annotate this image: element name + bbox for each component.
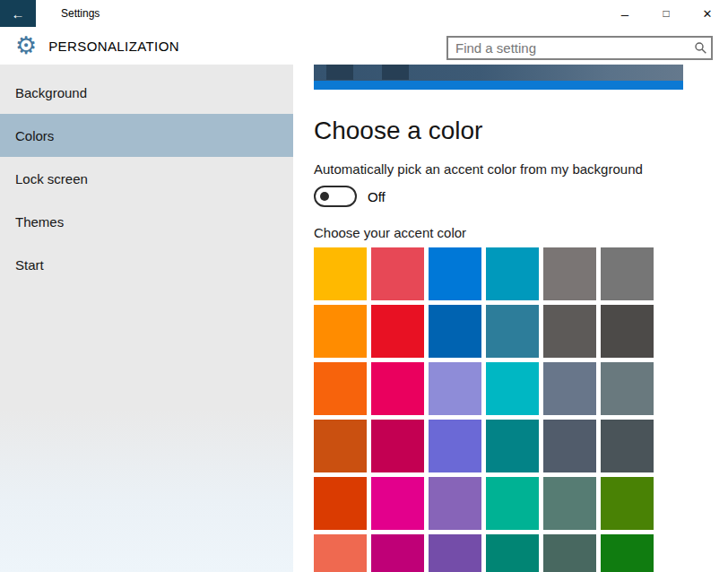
sidebar-item-lock-screen[interactable]: Lock screen	[0, 157, 293, 200]
main-content: Choose a color Automatically pick an acc…	[293, 65, 728, 572]
page-title: PERSONALIZATION	[48, 39, 179, 54]
maximize-icon: □	[663, 7, 669, 20]
accent-color-swatch[interactable]	[486, 477, 539, 530]
accent-color-swatch[interactable]	[543, 534, 596, 572]
accent-color-swatch[interactable]	[314, 477, 367, 530]
accent-color-swatch[interactable]	[429, 305, 481, 358]
preview-tile	[326, 65, 353, 80]
accent-color-swatch[interactable]	[601, 362, 654, 415]
accent-color-swatch[interactable]	[601, 477, 654, 530]
accent-color-swatch[interactable]	[371, 477, 424, 530]
accent-color-swatch[interactable]	[486, 362, 539, 415]
accent-color-swatch[interactable]	[429, 534, 481, 572]
section-heading: Choose a color	[314, 117, 728, 145]
accent-color-swatch[interactable]	[429, 247, 481, 300]
accent-color-swatch[interactable]	[601, 534, 654, 572]
search-input[interactable]	[448, 40, 689, 56]
accent-color-swatch[interactable]	[371, 305, 424, 358]
accent-color-swatch[interactable]	[486, 305, 539, 358]
toggle-state-label: Off	[368, 189, 386, 204]
accent-color-swatch[interactable]	[486, 420, 539, 472]
accent-color-swatch[interactable]	[543, 247, 596, 300]
accent-color-swatch[interactable]	[371, 420, 424, 472]
minimize-icon: –	[621, 6, 628, 22]
search-icon[interactable]	[689, 38, 711, 58]
auto-accent-label: Automatically pick an accent color from …	[314, 161, 728, 177]
sidebar-item-label: Themes	[15, 214, 64, 230]
caption-buttons: – □ ✕	[604, 0, 728, 27]
accent-color-swatch[interactable]	[429, 477, 481, 530]
accent-color-swatch[interactable]	[429, 420, 481, 472]
accent-color-swatch[interactable]	[314, 362, 367, 415]
sidebar-item-themes[interactable]: Themes	[0, 200, 293, 243]
close-icon: ✕	[703, 7, 713, 21]
accent-color-swatch[interactable]	[486, 534, 539, 572]
sidebar-item-label: Lock screen	[15, 171, 88, 186]
page-header: ⚙ PERSONALIZATION	[0, 27, 728, 65]
accent-color-swatch[interactable]	[371, 534, 424, 572]
accent-color-swatch[interactable]	[314, 534, 367, 572]
accent-color-swatch[interactable]	[601, 420, 654, 472]
auto-accent-toggle-row: Off	[314, 186, 728, 207]
accent-picker-label: Choose your accent color	[314, 225, 728, 240]
accent-color-swatch[interactable]	[314, 420, 367, 472]
accent-color-swatch[interactable]	[543, 477, 596, 530]
minimize-button[interactable]: –	[604, 0, 646, 30]
back-arrow-icon: ←	[12, 6, 25, 22]
accent-color-grid	[314, 247, 654, 572]
accent-color-swatch[interactable]	[371, 362, 424, 415]
sidebar: Background Colors Lock screen Themes Sta…	[0, 65, 293, 572]
titlebar: ← Settings – □ ✕	[0, 0, 728, 27]
window-title: Settings	[61, 7, 100, 20]
accent-color-swatch[interactable]	[601, 247, 654, 300]
accent-color-swatch[interactable]	[543, 362, 596, 415]
sidebar-item-label: Start	[15, 257, 44, 273]
preview-taskbar	[314, 81, 683, 90]
accent-color-swatch[interactable]	[429, 362, 481, 415]
settings-gear-icon: ⚙	[15, 34, 37, 58]
sidebar-item-colors[interactable]: Colors	[0, 114, 293, 157]
sidebar-item-start[interactable]: Start	[0, 243, 293, 286]
sidebar-item-background[interactable]: Background	[0, 71, 293, 114]
close-button[interactable]: ✕	[687, 0, 728, 27]
accent-color-swatch[interactable]	[601, 305, 654, 358]
color-preview-thumbnail	[314, 65, 683, 90]
accent-color-swatch[interactable]	[486, 247, 539, 300]
accent-color-swatch[interactable]	[543, 305, 596, 358]
settings-window: ← Settings – □ ✕ ⚙ PERSONALIZATION	[0, 0, 728, 572]
search-box	[446, 36, 713, 60]
preview-tile	[382, 65, 409, 80]
accent-color-swatch[interactable]	[314, 305, 367, 358]
sidebar-item-label: Background	[15, 85, 87, 100]
accent-color-swatch[interactable]	[314, 247, 367, 300]
auto-accent-toggle[interactable]	[314, 186, 357, 207]
back-button[interactable]: ←	[0, 0, 36, 27]
accent-color-swatch[interactable]	[543, 420, 596, 472]
sidebar-item-label: Colors	[15, 128, 54, 143]
maximize-button[interactable]: □	[646, 0, 687, 27]
toggle-knob-icon	[320, 192, 329, 201]
accent-color-swatch[interactable]	[371, 247, 424, 300]
